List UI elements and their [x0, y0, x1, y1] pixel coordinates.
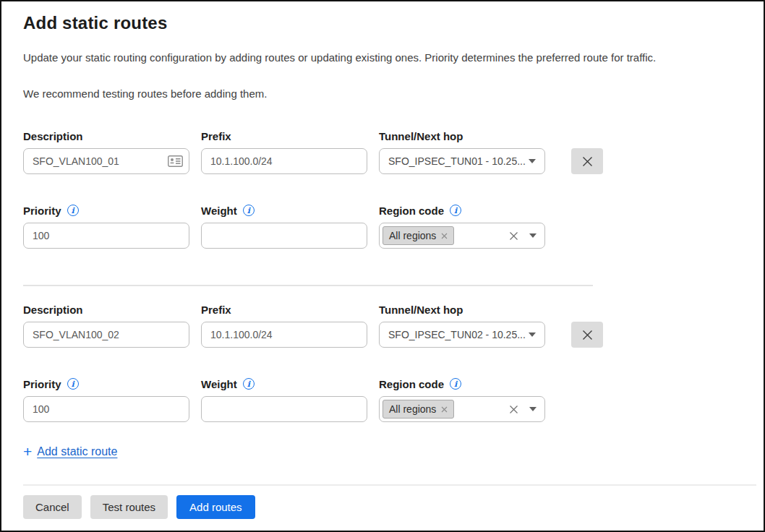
route-1-secondary-row: Priority Weight Region code	[23, 203, 745, 249]
route-2-prefix-field: Prefix	[201, 302, 367, 348]
region-code-select[interactable]: All regions	[379, 223, 545, 249]
plus-icon: +	[23, 444, 32, 459]
weight-label: Weight	[201, 203, 367, 218]
weight-label-text: Weight	[201, 378, 237, 390]
info-icon[interactable]	[450, 205, 461, 216]
route-1-main-row: Description	[23, 129, 745, 174]
test-routes-button[interactable]: Test routes	[90, 495, 168, 519]
route-group-2: Description Prefix Tunnel/Next hop SFO_I…	[23, 302, 745, 422]
add-routes-button[interactable]: Add routes	[176, 495, 255, 519]
region-tag-label: All regions	[389, 230, 436, 241]
route-2-priority-field: Priority	[23, 377, 189, 422]
route-2-weight-field: Weight	[201, 377, 367, 422]
info-icon[interactable]	[243, 378, 255, 390]
dialog-footer: Cancel Test routes Add routes	[23, 484, 756, 519]
description-input[interactable]	[23, 148, 189, 174]
tunnel-next-hop-select[interactable]: SFO_IPSEC_TUN01 - 10.25...	[379, 148, 545, 174]
chip-remove-icon[interactable]	[441, 233, 448, 239]
add-static-route-link[interactable]: + Add static route	[23, 444, 117, 459]
route-1-tunnel-field: Tunnel/Next hop SFO_IPSEC_TUN01 - 10.25.…	[379, 129, 545, 174]
region-code-label-text: Region code	[379, 378, 444, 390]
close-icon	[581, 329, 594, 341]
page-title: Add static routes	[23, 13, 745, 33]
route-1-priority-field: Priority	[23, 203, 189, 249]
chevron-down-icon	[529, 407, 537, 411]
prefix-input[interactable]	[201, 148, 367, 174]
description-label: Description	[23, 129, 189, 143]
info-icon[interactable]	[67, 205, 79, 216]
dialog-recommendation: We recommend testing routes before addin…	[23, 87, 745, 101]
clear-selection-icon[interactable]	[509, 231, 518, 241]
tunnel-next-hop-select[interactable]: SFO_IPSEC_TUN02 - 10.25...	[379, 322, 545, 348]
cancel-button[interactable]: Cancel	[23, 495, 82, 519]
route-divider	[23, 285, 593, 286]
prefix-label: Prefix	[201, 302, 367, 317]
weight-label-text: Weight	[201, 205, 237, 217]
route-1-weight-field: Weight	[201, 203, 367, 249]
weight-label: Weight	[201, 377, 367, 391]
tunnel-next-hop-label: Tunnel/Next hop	[379, 129, 545, 143]
add-static-routes-dialog: Add static routes Update your static rou…	[0, 0, 765, 532]
close-icon	[581, 155, 594, 168]
chip-remove-icon[interactable]	[441, 406, 448, 413]
weight-input[interactable]	[201, 396, 367, 422]
dialog-content: Add static routes Update your static rou…	[1, 1, 764, 460]
chevron-down-icon	[529, 332, 536, 337]
info-icon[interactable]	[243, 205, 255, 216]
contact-card-icon[interactable]	[168, 155, 183, 167]
priority-label: Priority	[23, 377, 189, 391]
prefix-input[interactable]	[201, 322, 367, 348]
route-2-description-field: Description	[23, 302, 189, 348]
region-code-label-text: Region code	[379, 205, 444, 217]
tunnel-selected-value: SFO_IPSEC_TUN02 - 10.25...	[388, 329, 526, 340]
route-2-tunnel-field: Tunnel/Next hop SFO_IPSEC_TUN02 - 10.25.…	[379, 302, 545, 348]
description-input[interactable]	[23, 322, 189, 348]
route-1-description-field: Description	[23, 129, 189, 174]
remove-route-button[interactable]	[571, 148, 603, 174]
region-tag-chip: All regions	[382, 226, 454, 245]
chevron-down-icon	[529, 233, 537, 238]
tunnel-next-hop-label: Tunnel/Next hop	[379, 302, 545, 317]
region-tag-label: All regions	[389, 403, 436, 415]
tunnel-selected-value: SFO_IPSEC_TUN01 - 10.25...	[388, 155, 526, 167]
region-code-label: Region code	[379, 377, 545, 391]
route-1-region-field: Region code All regions	[379, 203, 545, 249]
priority-label: Priority	[23, 203, 189, 218]
priority-label-text: Priority	[23, 378, 61, 390]
region-code-select[interactable]: All regions	[379, 396, 545, 422]
info-icon[interactable]	[67, 378, 79, 390]
route-2-region-field: Region code All regions	[379, 377, 545, 422]
clear-selection-icon[interactable]	[509, 405, 518, 414]
info-icon[interactable]	[450, 378, 461, 390]
priority-label-text: Priority	[23, 205, 61, 217]
description-label: Description	[23, 302, 189, 317]
region-tag-chip: All regions	[382, 400, 454, 419]
priority-input[interactable]	[23, 223, 189, 249]
prefix-label: Prefix	[201, 129, 367, 143]
route-2-main-row: Description Prefix Tunnel/Next hop SFO_I…	[23, 302, 745, 348]
chevron-down-icon	[529, 159, 536, 163]
route-2-secondary-row: Priority Weight Region code	[23, 377, 745, 422]
dialog-description: Update your static routing configuration…	[23, 51, 745, 65]
route-1-prefix-field: Prefix	[201, 129, 367, 174]
add-static-route-label: Add static route	[37, 445, 117, 458]
route-group-1: Description	[23, 129, 745, 249]
weight-input[interactable]	[201, 223, 367, 249]
priority-input[interactable]	[23, 396, 189, 422]
remove-route-button[interactable]	[571, 322, 603, 348]
region-code-label: Region code	[379, 203, 545, 218]
